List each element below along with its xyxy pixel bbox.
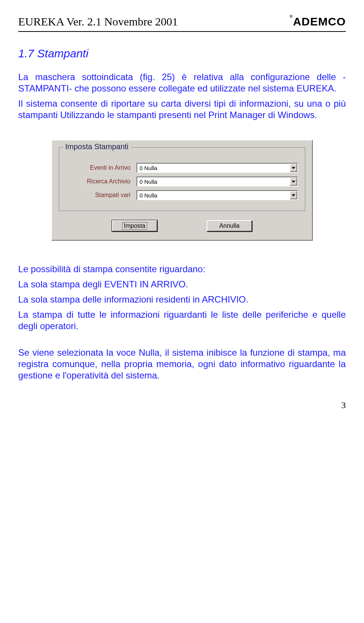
chevron-down-icon — [292, 194, 295, 196]
annulla-button[interactable]: Annulla — [207, 220, 252, 232]
registered-mark: ® — [290, 14, 293, 19]
section-heading: 1.7 Stampanti — [18, 47, 346, 60]
chevron-down-icon — [292, 181, 295, 183]
label-eventi-arrivo: Eventi in Arrivo — [66, 164, 136, 171]
field-row-ricerca: Ricerca Archivio 0 Nulla — [66, 177, 298, 186]
document-title: EUREKA Ver. 2.1 Novembre 2001 — [18, 15, 178, 28]
paragraph-nulla: Se viene selezionata la voce Nulla, il s… — [18, 347, 346, 381]
dropdown-button[interactable] — [290, 177, 297, 186]
paragraph-periferiche: La stampa di tutte le informazioni rigua… — [18, 309, 346, 332]
dropdown-value: 0 Nulla — [137, 165, 290, 171]
brand-logo: ®ADEMCO — [286, 15, 346, 28]
field-row-stampati: Stampati vari 0 Nulla — [66, 190, 298, 200]
printer-settings-dialog: Imposta Stampanti Eventi in Arrivo 0 Nul… — [51, 140, 313, 241]
paragraph-archivio: La sola stampa delle informazioni reside… — [18, 294, 346, 305]
dropdown-ricerca-archivio[interactable]: 0 Nulla — [136, 177, 298, 186]
dropdown-button[interactable] — [290, 164, 297, 172]
dropdown-stampati-vari[interactable]: 0 Nulla — [136, 190, 298, 200]
label-ricerca-archivio: Ricerca Archivio — [66, 178, 136, 185]
groupbox-imposta-stampanti: Imposta Stampanti Eventi in Arrivo 0 Nul… — [59, 147, 305, 211]
button-label: Imposta — [122, 222, 147, 230]
page-header: EUREKA Ver. 2.1 Novembre 2001 ®ADEMCO — [18, 15, 346, 28]
dropdown-value: 0 Nulla — [137, 178, 290, 185]
dropdown-eventi-arrivo[interactable]: 0 Nulla — [136, 163, 298, 173]
imposta-button[interactable]: Imposta — [112, 220, 157, 232]
page-number: 3 — [18, 400, 346, 410]
dialog-button-row: Imposta Annulla — [59, 220, 305, 232]
chevron-down-icon — [292, 167, 295, 169]
groupbox-title: Imposta Stampanti — [63, 142, 131, 151]
button-label: Annulla — [219, 222, 239, 229]
label-stampati-vari: Stampati vari — [66, 192, 136, 199]
field-row-eventi: Eventi in Arrivo 0 Nulla — [66, 163, 298, 173]
paragraph-intro-1: La maschera sottoindicata (fig. 25) è re… — [18, 71, 346, 94]
brand-text: ADEMCO — [293, 15, 346, 28]
dropdown-value: 0 Nulla — [137, 192, 290, 199]
dialog-screenshot: Imposta Stampanti Eventi in Arrivo 0 Nul… — [18, 140, 346, 241]
paragraph-intro-2: Il sistema consente di riportare su cart… — [18, 98, 346, 121]
document-page: EUREKA Ver. 2.1 Novembre 2001 ®ADEMCO 1.… — [0, 0, 364, 426]
paragraph-possibilities: Le possibilità di stampa consentite rigu… — [18, 263, 346, 275]
paragraph-eventi: La sola stampa degli EVENTI IN ARRIVO. — [18, 279, 346, 290]
dropdown-button[interactable] — [290, 191, 297, 199]
header-divider — [18, 31, 346, 32]
